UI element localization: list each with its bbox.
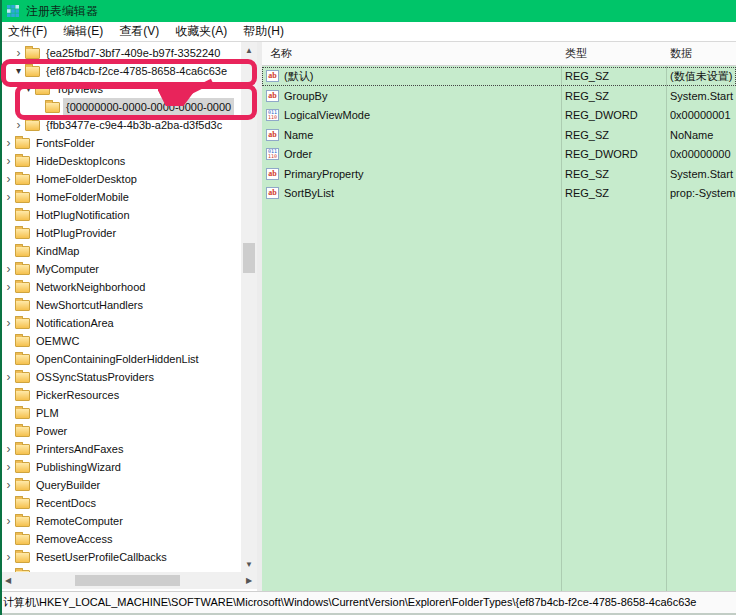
- tree-item-removeaccess[interactable]: RemoveAccess: [0, 530, 241, 548]
- chevron-right-icon[interactable]: ›: [3, 548, 14, 566]
- folder-icon: [15, 480, 30, 491]
- value-type: REG_DWORD: [565, 145, 663, 164]
- tree-item-label[interactable]: Power: [33, 422, 70, 440]
- tree-item-plm[interactable]: PLM: [0, 404, 241, 422]
- chevron-right-icon[interactable]: ›: [3, 476, 14, 494]
- tree-item-resetuserprofilecallbacks[interactable]: ›ResetUserProfileCallbacks: [0, 548, 241, 566]
- tree-item-label[interactable]: HotPlugProvider: [33, 224, 119, 242]
- scroll-right-icon[interactable]: ▶: [241, 572, 257, 588]
- menu-item-2[interactable]: 查看(V): [111, 22, 167, 41]
- tree-item-printersandfaxes[interactable]: ›PrintersAndFaxes: [0, 440, 241, 458]
- scroll-up-icon[interactable]: ▲: [241, 42, 257, 58]
- tree-horizontal-scrollbar[interactable]: ◀ ▶: [0, 572, 257, 589]
- tree-item-fontsfolder[interactable]: ›FontsFolder: [0, 134, 241, 152]
- chevron-right-icon[interactable]: ›: [3, 170, 14, 188]
- tree-item-label[interactable]: OEMWC: [33, 332, 82, 350]
- tree-item-recentdocs[interactable]: RecentDocs: [0, 494, 241, 512]
- tree-item-kindmap[interactable]: KindMap: [0, 242, 241, 260]
- menu-item-0[interactable]: 文件(F): [0, 22, 55, 41]
- scroll-down-icon[interactable]: ▼: [241, 556, 257, 572]
- registry-editor-window: 注册表编辑器 文件(F)编辑(E)查看(V)收藏夹(A)帮助(H) ›{ea25…: [0, 0, 736, 615]
- tree-item-label[interactable]: HotPlugNotification: [33, 206, 133, 224]
- tree-item-label[interactable]: RemoteComputer: [33, 512, 126, 530]
- window-left-border: [0, 0, 2, 615]
- column-header-type[interactable]: 类型: [565, 42, 587, 65]
- tree-item-label[interactable]: NotificationArea: [33, 314, 117, 332]
- tree-vertical-scrollbar[interactable]: ▲ ▼: [241, 42, 257, 572]
- tree-item-label[interactable]: MyComputer: [33, 260, 102, 278]
- chevron-right-icon[interactable]: ›: [3, 278, 14, 296]
- tree-item-label[interactable]: HomeFolderMobile: [33, 188, 132, 206]
- column-header-data[interactable]: 数据: [670, 42, 692, 65]
- value-row-name[interactable]: abNameREG_SZNoName: [262, 126, 736, 145]
- chevron-right-icon[interactable]: ›: [3, 368, 14, 386]
- dword-value-icon: 011110: [266, 109, 279, 121]
- value-row-logicalviewmode[interactable]: 011110LogicalViewModeREG_DWORD0x00000001: [262, 106, 736, 125]
- tree-item-label[interactable]: FontsFolder: [33, 134, 98, 152]
- tree-item-hidedesktopicons[interactable]: ›HideDesktopIcons: [0, 152, 241, 170]
- column-header-name[interactable]: 名称: [270, 42, 292, 65]
- chevron-right-icon[interactable]: ›: [3, 512, 14, 530]
- folder-icon: [15, 282, 30, 293]
- tree-item-label[interactable]: RecentDocs: [33, 494, 99, 512]
- tree-item-networkneighborhood[interactable]: ›NetworkNeighborhood: [0, 278, 241, 296]
- tree-item-label[interactable]: HomeFolderDesktop: [33, 170, 140, 188]
- tree-item-remotecomputer[interactable]: ›RemoteComputer: [0, 512, 241, 530]
- tree-item-opencontainingfolderhiddenlist[interactable]: OpenContainingFolderHiddenList: [0, 350, 241, 368]
- tree-item-label[interactable]: RemoveAccess: [33, 530, 115, 548]
- registry-values-panel: 名称 类型 数据 ab(默认)REG_SZ(数值未设置)abGroupByREG…: [262, 42, 736, 591]
- vertical-scroll-thumb[interactable]: [243, 243, 255, 273]
- tree-item-label[interactable]: NewShortcutHandlers: [33, 296, 146, 314]
- tree-item-label[interactable]: PublishingWizard: [33, 458, 124, 476]
- tree-item-mycomputer[interactable]: ›MyComputer: [0, 260, 241, 278]
- tree-item-querybuilder[interactable]: ›QueryBuilder: [0, 476, 241, 494]
- value-row-sortbylist[interactable]: abSortByListREG_SZprop:-System: [262, 184, 736, 203]
- tree-item-pickerresources[interactable]: PickerResources: [0, 386, 241, 404]
- menu-item-1[interactable]: 编辑(E): [55, 22, 111, 41]
- tree-item-homefolderdesktop[interactable]: ›HomeFolderDesktop: [0, 170, 241, 188]
- menu-item-3[interactable]: 收藏夹(A): [167, 22, 235, 41]
- chevron-right-icon[interactable]: ›: [3, 440, 14, 458]
- value-data: (数值未设置): [670, 67, 736, 86]
- values-list-header: 名称 类型 数据: [262, 42, 736, 66]
- chevron-right-icon[interactable]: ›: [3, 314, 14, 332]
- folder-icon: [25, 48, 40, 59]
- tree-item-label[interactable]: OSSyncStatusProviders: [33, 368, 157, 386]
- tree-item-hotplugnotification[interactable]: HotPlugNotification: [0, 206, 241, 224]
- tree-item-label[interactable]: NetworkNeighborhood: [33, 278, 148, 296]
- tree-item-label[interactable]: PickerResources: [33, 386, 122, 404]
- chevron-right-icon[interactable]: ›: [3, 134, 14, 152]
- tree-item-label[interactable]: HideDesktopIcons: [33, 152, 128, 170]
- string-value-icon: ab: [266, 187, 279, 199]
- tree-item-notificationarea[interactable]: ›NotificationArea: [0, 314, 241, 332]
- tree-item-label[interactable]: PrintersAndFaxes: [33, 440, 126, 458]
- chevron-right-icon[interactable]: ›: [3, 188, 14, 206]
- tree-item-homefoldermobile[interactable]: ›HomeFolderMobile: [0, 188, 241, 206]
- tree-item-ossyncstatusproviders[interactable]: ›OSSyncStatusProviders: [0, 368, 241, 386]
- tree-item-publishingwizard[interactable]: ›PublishingWizard: [0, 458, 241, 476]
- tree-item-label[interactable]: KindMap: [33, 242, 82, 260]
- value-row-order[interactable]: 011110OrderREG_DWORD0x00000000: [262, 145, 736, 164]
- value-row--[interactable]: ab(默认)REG_SZ(数值未设置): [262, 67, 736, 86]
- chevron-right-icon[interactable]: ›: [3, 152, 14, 170]
- value-row-primaryproperty[interactable]: abPrimaryPropertyREG_SZSystem.Start: [262, 165, 736, 184]
- value-row-groupby[interactable]: abGroupByREG_SZSystem.Start: [262, 87, 736, 106]
- tree-item-label[interactable]: ResetUserProfileCallbacks: [33, 548, 170, 566]
- value-data: 0x00000001: [670, 106, 736, 125]
- tree-item-power[interactable]: Power: [0, 422, 241, 440]
- horizontal-scroll-thumb[interactable]: [75, 575, 180, 586]
- chevron-right-icon[interactable]: ›: [3, 260, 14, 278]
- tree-item-label[interactable]: QueryBuilder: [33, 476, 103, 494]
- tree-item-newshortcuthandlers[interactable]: NewShortcutHandlers: [0, 296, 241, 314]
- tree-item-label[interactable]: PLM: [33, 404, 62, 422]
- scroll-left-icon[interactable]: ◀: [0, 572, 16, 588]
- string-value-icon: ab: [266, 168, 279, 180]
- folder-icon: [15, 156, 30, 167]
- tree-item-label[interactable]: OpenContainingFolderHiddenList: [33, 350, 202, 368]
- folder-icon: [15, 444, 30, 455]
- tree-item-oemwc[interactable]: OEMWC: [0, 332, 241, 350]
- annotation-box-key: [1, 59, 257, 87]
- chevron-right-icon[interactable]: ›: [3, 458, 14, 476]
- tree-item-hotplugprovider[interactable]: HotPlugProvider: [0, 224, 241, 242]
- menu-item-4[interactable]: 帮助(H): [235, 22, 292, 41]
